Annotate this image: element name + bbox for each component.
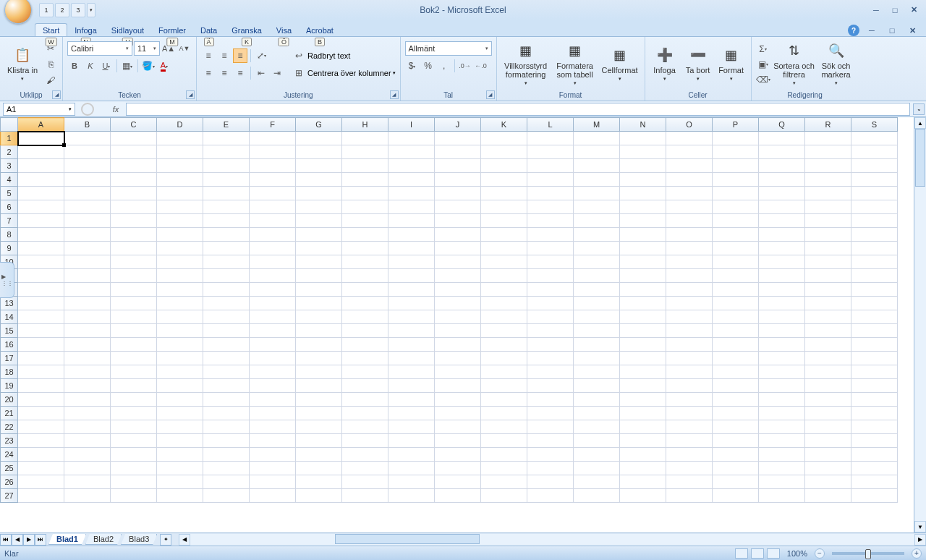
- insert-cells-button[interactable]: ➕Infoga▾: [650, 41, 680, 88]
- cell[interactable]: [203, 269, 250, 283]
- cell[interactable]: [620, 173, 666, 187]
- cell[interactable]: [481, 269, 527, 283]
- cell[interactable]: [64, 338, 111, 352]
- tab-sidlayout[interactable]: SidlayoutU: [104, 24, 151, 36]
- cell[interactable]: [759, 214, 805, 228]
- row-header[interactable]: 8: [1, 228, 18, 242]
- cell[interactable]: [759, 393, 805, 407]
- tab-infoga[interactable]: InfogaN: [67, 24, 104, 36]
- cell[interactable]: [574, 324, 620, 338]
- cell[interactable]: [250, 187, 296, 200]
- cell[interactable]: [759, 187, 805, 200]
- cell[interactable]: [388, 365, 435, 379]
- cell[interactable]: [64, 434, 111, 448]
- cell[interactable]: [250, 338, 296, 352]
- cell[interactable]: [342, 132, 388, 145]
- cell[interactable]: [574, 173, 620, 187]
- cell[interactable]: [481, 475, 527, 489]
- row-header[interactable]: 20: [1, 393, 18, 407]
- cell[interactable]: [805, 475, 851, 489]
- column-header[interactable]: D: [157, 118, 203, 132]
- column-header[interactable]: N: [620, 118, 666, 132]
- cell[interactable]: [666, 434, 713, 448]
- cell[interactable]: [296, 420, 342, 434]
- tab-start[interactable]: StartW: [35, 23, 67, 36]
- cell[interactable]: [296, 242, 342, 255]
- cell[interactable]: [111, 434, 157, 448]
- cell[interactable]: [481, 173, 527, 187]
- cell[interactable]: [713, 159, 759, 173]
- align-middle-button[interactable]: ≡: [217, 48, 232, 63]
- cell[interactable]: [342, 173, 388, 187]
- underline-button[interactable]: U▾: [99, 59, 114, 73]
- cell[interactable]: [111, 255, 157, 269]
- cell[interactable]: [620, 200, 666, 214]
- cell[interactable]: [388, 187, 435, 200]
- cell[interactable]: [713, 297, 759, 310]
- cell[interactable]: [620, 365, 666, 379]
- cell[interactable]: [296, 187, 342, 200]
- cell[interactable]: [296, 269, 342, 283]
- cell[interactable]: [18, 475, 64, 489]
- cell[interactable]: [18, 173, 64, 187]
- cell[interactable]: [759, 173, 805, 187]
- cell[interactable]: [481, 393, 527, 407]
- cell[interactable]: [620, 338, 666, 352]
- cell[interactable]: [203, 462, 250, 475]
- cell[interactable]: [111, 187, 157, 200]
- cell[interactable]: [666, 214, 713, 228]
- cell[interactable]: [203, 145, 250, 159]
- bold-button[interactable]: B: [67, 59, 82, 73]
- cell[interactable]: [296, 200, 342, 214]
- cell[interactable]: [527, 283, 574, 297]
- cell[interactable]: [64, 297, 111, 310]
- cell[interactable]: [388, 324, 435, 338]
- column-header[interactable]: I: [388, 118, 435, 132]
- cell[interactable]: [481, 242, 527, 255]
- cell[interactable]: [64, 242, 111, 255]
- cell[interactable]: [805, 145, 851, 159]
- cell[interactable]: [111, 145, 157, 159]
- cell[interactable]: [805, 269, 851, 283]
- cell[interactable]: [435, 187, 481, 200]
- cell[interactable]: [759, 297, 805, 310]
- doc-close[interactable]: ✕: [904, 25, 920, 36]
- cell[interactable]: [250, 420, 296, 434]
- cell[interactable]: [481, 379, 527, 393]
- cell[interactable]: [388, 269, 435, 283]
- row-header[interactable]: 26: [1, 475, 18, 489]
- cell[interactable]: [250, 242, 296, 255]
- cell[interactable]: [388, 132, 435, 145]
- cell[interactable]: [527, 310, 574, 324]
- row-header[interactable]: 5: [1, 187, 18, 200]
- cell[interactable]: [64, 379, 111, 393]
- cell[interactable]: [620, 242, 666, 255]
- cell[interactable]: [574, 462, 620, 475]
- cell[interactable]: [435, 297, 481, 310]
- row-header[interactable]: 18: [1, 365, 18, 379]
- cell[interactable]: [250, 462, 296, 475]
- cell[interactable]: [713, 379, 759, 393]
- cell[interactable]: [64, 407, 111, 420]
- row-header[interactable]: 14: [1, 310, 18, 324]
- expand-formula-bar[interactable]: ⌄: [913, 103, 925, 115]
- cell[interactable]: [64, 159, 111, 173]
- increase-indent-button[interactable]: ⇥: [270, 66, 284, 80]
- cell[interactable]: [157, 365, 203, 379]
- clear-button[interactable]: ⌫▾: [756, 72, 770, 87]
- cell[interactable]: [203, 187, 250, 200]
- cell[interactable]: [18, 159, 64, 173]
- cell[interactable]: [342, 297, 388, 310]
- cell[interactable]: [666, 365, 713, 379]
- cell[interactable]: [851, 393, 898, 407]
- qat-customize[interactable]: ▾: [87, 3, 95, 17]
- cell[interactable]: [527, 352, 574, 365]
- format-as-table-button[interactable]: ▦Formatera som tabell▾: [553, 41, 597, 88]
- cell[interactable]: [157, 379, 203, 393]
- tab-data[interactable]: DataÄ: [193, 24, 224, 36]
- cell[interactable]: [527, 393, 574, 407]
- cell[interactable]: [713, 214, 759, 228]
- cell[interactable]: [388, 420, 435, 434]
- cell[interactable]: [805, 420, 851, 434]
- cell[interactable]: [805, 434, 851, 448]
